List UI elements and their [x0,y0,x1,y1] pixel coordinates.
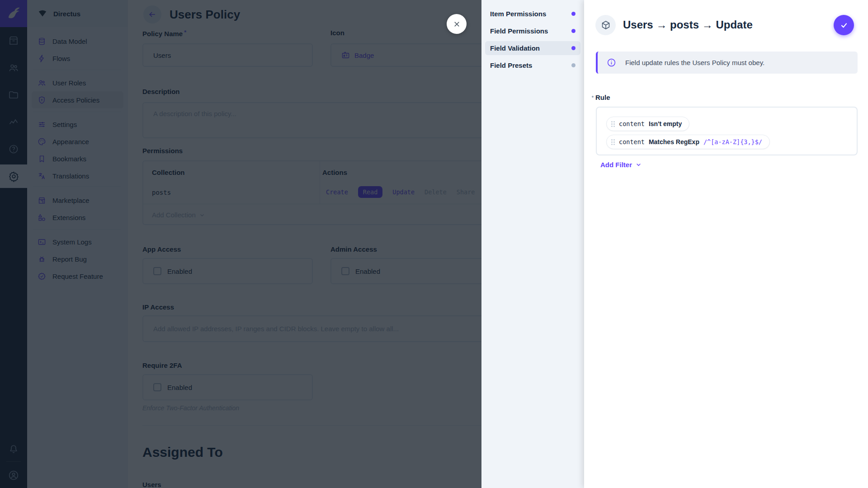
status-dot [571,63,576,67]
status-dot [571,46,576,50]
check-icon [839,20,849,30]
menu-item-field-presets[interactable]: Field Presets [485,58,580,72]
menu-item-field-permissions[interactable]: Field Permissions [485,24,580,38]
filter-operator[interactable]: Matches RegExp [649,138,699,145]
close-icon [453,20,461,28]
drawer-title: Users → posts → Update [623,19,753,31]
required-dot [592,96,594,98]
filter-row[interactable]: content Matches RegExp /^[a-zA-Z]{3,}$/ [606,135,770,149]
filter-value[interactable]: /^[a-zA-Z]{3,}$/ [703,138,762,145]
menu-item-item-permissions[interactable]: Item Permissions [485,7,580,21]
status-dot [571,12,576,16]
filter-row[interactable]: content Isn't empty [606,117,689,131]
info-notice: Field update rules the Users Policy must… [596,52,858,74]
drag-handle-icon[interactable] [611,139,615,145]
cube-icon [600,20,611,31]
filter-operator[interactable]: Isn't empty [649,120,682,127]
drawer-header-icon [595,15,616,35]
notice-text: Field update rules the Users Policy must… [625,59,764,66]
menu-item-field-validation[interactable]: Field Validation [485,41,580,55]
permissions-menu-panel: Item Permissions Field Permissions Field… [481,0,584,488]
info-icon [607,58,616,67]
drag-handle-icon[interactable] [611,121,615,127]
field-validation-drawer: Users → posts → Update Field update rule… [584,0,868,488]
app-window: Directus Data Model Flows User Roles Acc… [0,0,868,488]
chevron-down-icon [635,161,642,168]
save-button[interactable] [834,15,854,35]
add-filter-button[interactable]: Add Filter [600,161,642,169]
filter-field[interactable]: content [619,138,645,145]
filter-field[interactable]: content [619,120,645,127]
rule-filter-box: content Isn't empty content Matches RegE… [596,107,858,155]
status-dot [571,29,576,33]
close-drawer-button[interactable] [447,14,467,34]
rule-label: Rule [595,94,610,101]
